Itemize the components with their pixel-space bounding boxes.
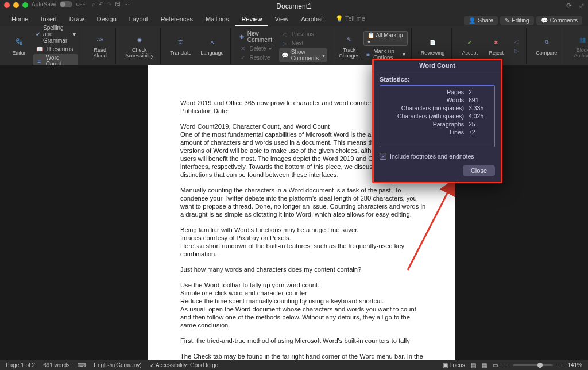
view-web-icon[interactable]: ▦: [482, 362, 487, 368]
view-read-icon[interactable]: ▭: [493, 362, 498, 368]
compare-button[interactable]: ⧉Compare: [532, 36, 560, 57]
tab-references[interactable]: References: [155, 13, 199, 26]
stat-value: 25: [469, 120, 489, 128]
dialog-title: Word Count: [374, 60, 501, 71]
tab-design[interactable]: Design: [91, 13, 122, 26]
track-changes-button[interactable]: ✎Track Changes: [337, 33, 361, 60]
autosave-state: OFF: [76, 2, 85, 7]
sync-icon[interactable]: ⟳: [566, 2, 572, 10]
translate-icon: 文: [175, 37, 187, 48]
delete-comment-button[interactable]: ✕Delete ▾: [237, 44, 276, 53]
zoom-slider[interactable]: [513, 364, 553, 366]
tab-review[interactable]: Review: [235, 13, 268, 26]
translate-button[interactable]: 文Translate: [167, 36, 195, 57]
statistics-box: Pages2 Words691 Characters (no spaces)3,…: [380, 85, 495, 147]
stat-value: 3,335: [469, 104, 489, 112]
body-text: Simple one-click word and character coun…: [180, 289, 427, 297]
zoom-level[interactable]: 141%: [567, 362, 582, 368]
spelling-grammar-button[interactable]: ✔Spelling and Grammar ▾: [33, 24, 78, 44]
reviewing-pane-button[interactable]: 📄Reviewing: [417, 36, 448, 57]
body-text: As usual, open the Word document whose c…: [180, 305, 427, 329]
stat-key: Words: [447, 96, 464, 104]
close-button[interactable]: Close: [463, 165, 495, 176]
tab-view[interactable]: View: [269, 13, 295, 26]
spellcheck-icon[interactable]: ⌨: [78, 362, 86, 368]
undo-icon[interactable]: ↶: [99, 1, 103, 7]
tab-mailings[interactable]: Mailings: [200, 13, 234, 26]
stat-value: 691: [469, 96, 489, 104]
tab-layout[interactable]: Layout: [123, 13, 154, 26]
page-indicator[interactable]: Page 1 of 2: [6, 362, 35, 368]
thesaurus-button[interactable]: 📖Thesaurus: [33, 45, 78, 53]
checkbox-label: Include footnotes and endnotes: [390, 153, 474, 160]
show-comments-button[interactable]: 💬Show Comments ▾: [279, 48, 327, 62]
resolve-comment-button[interactable]: ✓Resolve: [237, 53, 276, 62]
autosave-toggle[interactable]: [60, 1, 72, 7]
zoom-in-button[interactable]: +: [559, 362, 562, 368]
share-button[interactable]: 👤Share: [464, 16, 498, 25]
accessibility-indicator[interactable]: ✓ Accessibility: Good to go: [150, 362, 219, 368]
accept-button[interactable]: ✔Accept: [458, 36, 482, 57]
stat-value: 4,025: [469, 112, 489, 120]
include-footnotes-checkbox[interactable]: ✓ Include footnotes and endnotes: [380, 153, 495, 160]
maximize-window-icon[interactable]: [22, 2, 28, 8]
autosave-label: AutoSave: [32, 1, 56, 7]
tab-acrobat[interactable]: Acrobat: [295, 13, 328, 26]
more-icon[interactable]: ⋯: [124, 1, 130, 7]
document-title: Document1: [276, 2, 311, 10]
delete-icon: ✕: [239, 45, 246, 52]
ribbon-tabs: Home Insert Draw Design Layout Reference…: [0, 13, 588, 26]
markup-display-dropdown[interactable]: 📋 All Markup ▾: [363, 31, 408, 46]
previous-icon: ◁: [281, 30, 289, 38]
word-count-dialog: Word Count Statistics: Pages2 Words691 C…: [372, 59, 502, 183]
zoom-out-button[interactable]: −: [504, 362, 507, 368]
stat-key: Paragraphs: [433, 120, 464, 128]
stat-key: Lines: [450, 128, 464, 136]
body-text: Being familiar with Word's functions may…: [180, 226, 427, 234]
next-comment-button[interactable]: ▷Next: [279, 39, 327, 48]
editor-button[interactable]: ✎ Editor: [7, 36, 31, 57]
view-print-icon[interactable]: ▤: [471, 362, 476, 368]
comments-button[interactable]: 💬Comments: [536, 16, 582, 25]
pencil-icon: ✎: [505, 17, 509, 24]
comment-icon: 💬: [541, 17, 548, 24]
expand-icon[interactable]: ⤢: [579, 2, 585, 10]
check-accessibility-button[interactable]: ◉Check Accessibility: [122, 33, 157, 60]
block-icon: 👥: [577, 34, 588, 45]
language-indicator[interactable]: English (Germany): [94, 362, 141, 368]
body-text: Reduce the time spent manually counting …: [180, 297, 427, 305]
tab-tellme[interactable]: 💡 Tell me: [330, 13, 371, 26]
block-authors-button[interactable]: 👥Block Authors: [570, 33, 588, 60]
speaker-icon: A»: [94, 34, 106, 45]
stat-value: 2: [469, 88, 489, 96]
statistics-label: Statistics:: [380, 76, 495, 83]
accessibility-icon: ◉: [134, 34, 145, 45]
reject-button[interactable]: ✖Reject: [484, 36, 508, 57]
focus-button[interactable]: ▣ Focus: [443, 362, 465, 368]
next-icon: ▷: [281, 40, 289, 47]
read-aloud-button[interactable]: A»Read Aloud: [88, 33, 112, 60]
language-icon: A: [206, 37, 218, 48]
minimize-window-icon[interactable]: [13, 2, 19, 8]
previous-comment-button[interactable]: ◁Previous: [279, 30, 327, 38]
language-button[interactable]: ALanguage: [197, 36, 227, 57]
reject-icon: ✖: [490, 37, 502, 48]
prev-change-button[interactable]: ◁: [510, 37, 523, 46]
spellcheck-icon: ✔: [36, 30, 40, 38]
track-changes-icon: ✎: [343, 34, 355, 45]
editing-button[interactable]: ✎Editing: [500, 16, 534, 25]
next-change-icon: ▷: [513, 47, 520, 55]
home-icon[interactable]: ⌂: [92, 1, 95, 7]
redo-icon[interactable]: ↷: [107, 1, 111, 7]
body-text: Images courtesy of Pixabay on Pexels.: [180, 234, 427, 242]
new-comment-button[interactable]: ✚New Comment: [237, 30, 276, 44]
tab-home[interactable]: Home: [6, 13, 34, 26]
new-comment-icon: ✚: [239, 33, 244, 41]
reviewing-icon: 📄: [427, 37, 438, 48]
next-change-button[interactable]: ▷: [510, 47, 523, 55]
save-icon[interactable]: 🖫: [115, 1, 121, 7]
markup-icon: ≡: [366, 51, 370, 58]
word-count-indicator[interactable]: 691 words: [43, 362, 69, 368]
share-icon: 👤: [469, 17, 475, 24]
close-window-icon[interactable]: [4, 2, 10, 8]
